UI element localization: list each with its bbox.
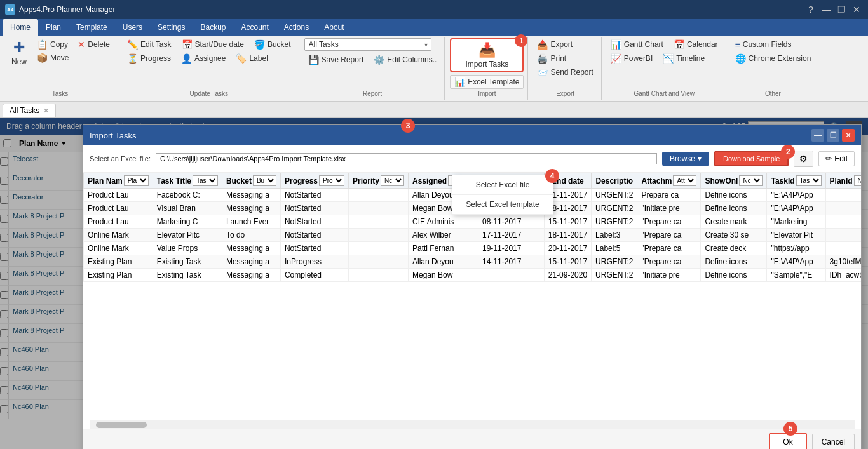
tab-account[interactable]: Account [233, 19, 276, 36]
badge-4: 4 [545, 169, 559, 183]
modal-h-scroll[interactable] [90, 420, 855, 429]
ribbon-group-other: ≡ Custom Fields 🌐 Chrome Extension Other [728, 37, 819, 100]
cancel-button[interactable]: Cancel [812, 434, 855, 449]
ribbon-tabs: Home Plan Template Users Settings Backup… [0, 19, 868, 36]
modal-restore-button[interactable]: ❐ [827, 129, 839, 142]
progress-filter[interactable]: Pro [319, 175, 344, 186]
gantt-chart-button[interactable]: 📊 Gantt Chart [607, 38, 667, 51]
restore-button[interactable]: ❐ [835, 3, 848, 16]
timeline-button[interactable]: 📉 Timeline [659, 52, 709, 65]
close-button[interactable]: ✕ [850, 3, 863, 16]
all-tasks-dropdown[interactable]: All Tasks [304, 38, 431, 51]
plan-name-filter[interactable]: Pla [124, 175, 149, 186]
select-excel-file-item[interactable]: Select Excel file [452, 175, 553, 195]
att-filter[interactable]: Att [673, 175, 696, 186]
custom-fields-icon: ≡ [735, 39, 740, 50]
export-icon: 📤 [537, 39, 548, 50]
table-row: Existing PlanExisting TaskMessaging aInP… [84, 255, 862, 269]
import-tasks-modal: Import Tasks — ❐ ✕ 3 Select an Excel fil… [83, 124, 862, 449]
modal-overlay: Import Tasks — ❐ ✕ 3 Select an Excel fil… [0, 118, 868, 449]
app-icon: A4 [5, 4, 15, 15]
browse-label: Browse [670, 154, 695, 163]
delete-label: Delete [88, 40, 110, 49]
edit-button[interactable]: ✏ Edit [818, 151, 855, 166]
browse-dropdown-menu: Select Excel file Select Excel template … [452, 175, 553, 215]
showonly-filter[interactable]: Nc [739, 175, 763, 186]
bucket-button[interactable]: 🪣 Bucket [250, 38, 295, 51]
tab-users[interactable]: Users [115, 19, 150, 36]
select-excel-template-item[interactable]: Select Excel template [452, 195, 553, 215]
badge-3: 3 [401, 119, 415, 133]
download-sample-button[interactable]: Download Sample [714, 151, 789, 166]
progress-button[interactable]: ⏳ Progress [123, 52, 175, 65]
title-bar: A4 Apps4.Pro Planner Manager ? — ❐ ✕ [0, 0, 868, 19]
export-button[interactable]: 📤 Export [533, 38, 576, 51]
import-group-label: Import [450, 89, 524, 98]
save-report-button[interactable]: 💾 Save Report [304, 53, 368, 66]
edit-label: Edit [834, 154, 848, 163]
edit-task-button[interactable]: ✏️ Edit Task [123, 38, 175, 51]
move-button[interactable]: 📦 Move [33, 51, 72, 64]
start-due-button[interactable]: 📅 Start/Due date [178, 38, 248, 51]
label-button[interactable]: 🏷️ Label [232, 52, 271, 65]
help-button[interactable]: ? [804, 3, 817, 16]
save-report-icon: 💾 [308, 55, 319, 65]
badge-1: 1 [515, 34, 527, 47]
copy-button[interactable]: 📋 Copy [33, 38, 72, 51]
bucket-filter[interactable]: Bu [253, 175, 276, 186]
tab-home[interactable]: Home [3, 19, 38, 36]
custom-fields-button[interactable]: ≡ Custom Fields [731, 38, 796, 51]
tab-backup[interactable]: Backup [193, 19, 233, 36]
excel-icon: 📊 [454, 77, 465, 87]
all-tasks-tab[interactable]: All Tasks ✕ [3, 104, 56, 117]
delete-button[interactable]: ✕ Delete [74, 38, 114, 51]
task-title-filter[interactable]: Tas [193, 175, 218, 186]
calendar-button[interactable]: 📅 Calendar [670, 38, 722, 51]
send-report-button[interactable]: 📨 Send Report [533, 66, 597, 79]
tab-settings[interactable]: Settings [150, 19, 193, 36]
import-tasks-button[interactable]: 📥 Import Tasks 1 [450, 38, 524, 72]
gantt-icon: 📊 [611, 39, 621, 50]
modal-scroll-thumb[interactable] [96, 422, 147, 428]
chrome-icon: 🌐 [735, 53, 746, 64]
modal-footer: 5 Ok Cancel [83, 429, 861, 449]
edit-icon: ✏ [825, 154, 832, 163]
modal-minimize-button[interactable]: — [811, 129, 824, 142]
file-path-input[interactable] [156, 153, 657, 164]
taskid-filter[interactable]: Tas [796, 175, 822, 186]
planid-filter[interactable]: Nc [854, 175, 861, 186]
import-tasks-label: Import Tasks [465, 60, 508, 69]
modal-close-button[interactable]: ✕ [842, 129, 855, 142]
copy-move-col: 📋 Copy 📦 Move [33, 38, 72, 64]
modal-controls: — ❐ ✕ [811, 129, 855, 142]
print-button[interactable]: 🖨️ Print [533, 52, 570, 65]
all-tasks-dropdown-wrapper: All Tasks [304, 38, 431, 51]
ok-button[interactable]: Ok [769, 433, 806, 449]
chrome-extension-button[interactable]: 🌐 Chrome Extension [731, 52, 815, 65]
calendar-icon: 📅 [182, 39, 193, 50]
assignee-button[interactable]: 👤 Assignee [177, 52, 229, 65]
settings-button[interactable]: ⚙ [794, 151, 813, 167]
excel-template-button[interactable]: 📊 Excel Template [450, 75, 524, 89]
edit-columns-button[interactable]: ⚙️ Edit Columns.. [370, 53, 440, 66]
chrome-extension-label: Chrome Extension [749, 54, 811, 63]
col-attachments: Attachm Att [637, 173, 701, 189]
tab-template[interactable]: Template [69, 19, 115, 36]
minimize-button[interactable]: — [820, 3, 832, 16]
tab-about[interactable]: About [316, 19, 351, 36]
tab-bar: All Tasks ✕ [0, 102, 868, 118]
col-planid: PlanId Nc [825, 173, 861, 189]
priority-filter[interactable]: Nc [381, 175, 404, 186]
powerbi-button[interactable]: 📈 PowerBI [607, 52, 656, 65]
new-button[interactable]: ✚ New [6, 38, 32, 67]
col-priority: Priority Nc [348, 173, 408, 189]
tab-actions[interactable]: Actions [276, 19, 316, 36]
new-icon: ✚ [13, 39, 25, 56]
browse-button[interactable]: Browse ▾ [662, 152, 709, 166]
ribbon-group-import: 📥 Import Tasks 1 📊 Excel Template Import [446, 37, 528, 100]
app-title: Apps4.Pro Planner Manager [19, 5, 115, 14]
tab-plan[interactable]: Plan [38, 19, 69, 36]
export-group-content: 📤 Export 🖨️ Print 📨 Send Report [533, 38, 597, 89]
all-tasks-tab-close[interactable]: ✕ [43, 107, 49, 115]
content-area: Drag a column header and drop it here to… [0, 118, 868, 449]
